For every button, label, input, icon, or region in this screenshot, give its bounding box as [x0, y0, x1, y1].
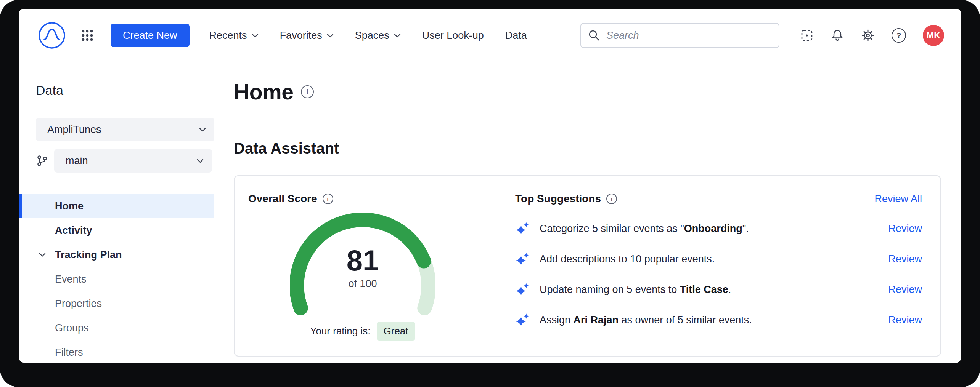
chevron-down-icon [197, 159, 204, 163]
branch-selector-value: main [66, 155, 88, 167]
overall-score-panel: Overall Score i 81 of 100 [248, 193, 477, 341]
content-area: Data Assistant Overall Score i [214, 120, 961, 357]
suggestion-text-bold: Onboarding [684, 223, 742, 234]
topbar-icons: ? MK [800, 25, 944, 46]
sparkle-icon [515, 313, 530, 327]
sidebar-item-label: Properties [55, 298, 102, 310]
nav-recents-label: Recents [209, 30, 247, 42]
sidebar-item-tracking-plan[interactable]: Tracking Plan [19, 243, 214, 267]
sidebar-item-label: Filters [55, 347, 83, 358]
nav-data-label: Data [505, 30, 527, 42]
nav-recents[interactable]: Recents [209, 30, 259, 42]
page-header: Home i [214, 62, 961, 120]
sparkle-icon [515, 221, 530, 236]
suggestion-text-pre: Add descriptions to 10 popular events [540, 253, 712, 265]
search-icon [588, 29, 600, 42]
nav-favorites-label: Favorites [280, 30, 322, 42]
sidebar-item-label: Home [55, 200, 84, 212]
help-icon[interactable]: ? [892, 28, 906, 43]
info-icon[interactable]: i [301, 85, 314, 98]
suggestion-row: Add descriptions to 10 popular events. R… [515, 244, 922, 274]
rating-label: Your rating is: [310, 325, 370, 337]
data-assistant-card: Overall Score i 81 of 100 [234, 175, 941, 357]
nav-favorites[interactable]: Favorites [280, 30, 334, 42]
score-of-label: of 100 [290, 278, 435, 290]
suggestion-text-post: as owner of 5 similar events. [619, 314, 752, 326]
score-gauge: 81 of 100 [290, 212, 435, 317]
section-title: Data Assistant [234, 140, 941, 157]
overall-score-title: Overall Score [248, 193, 317, 205]
suggestions-heading: Top Suggestions i [515, 193, 617, 205]
nav-spaces[interactable]: Spaces [355, 30, 401, 42]
sidebar-item-activity[interactable]: Activity [19, 218, 214, 243]
user-avatar[interactable]: MK [923, 25, 944, 46]
amplitude-logo[interactable] [37, 21, 66, 50]
search-box[interactable] [580, 23, 779, 48]
review-link[interactable]: Review [888, 223, 922, 235]
nav-data[interactable]: Data [505, 30, 527, 42]
sidebar-item-label: Tracking Plan [55, 249, 122, 261]
help-glyph: ? [896, 31, 901, 40]
nav-spaces-label: Spaces [355, 30, 389, 42]
chevron-down-icon [39, 253, 46, 257]
branch-selector[interactable]: main [54, 149, 212, 173]
sidebar-item-label: Activity [55, 225, 92, 237]
apps-grid-icon[interactable] [81, 29, 94, 42]
suggestion-text: Update naming on 5 events to Title Case. [540, 284, 878, 296]
info-icon[interactable]: i [606, 194, 617, 204]
sidebar-item-events[interactable]: Events [19, 267, 214, 291]
dashed-square-icon[interactable] [800, 29, 814, 42]
app-body: Data AmpliTunes [19, 62, 961, 363]
suggestion-text-bold: Title Case [680, 284, 728, 295]
suggestion-text: Add descriptions to 10 popular events. [540, 253, 878, 265]
review-link[interactable]: Review [888, 253, 922, 265]
nav-user-lookup[interactable]: User Look-up [422, 30, 484, 42]
sparkle-icon [515, 282, 530, 297]
sidebar-item-label: Events [55, 273, 87, 285]
settings-gear-icon[interactable] [861, 29, 875, 42]
score-value: 81 [290, 244, 435, 277]
sidebar-title: Data [19, 83, 214, 98]
suggestion-row: Assign Ari Rajan as owner of 5 similar e… [515, 305, 922, 335]
topbar: Create New Recents Favorites Spaces User… [19, 9, 961, 62]
sidebar: Data AmpliTunes [19, 62, 214, 363]
chevron-down-icon [252, 34, 259, 38]
info-icon[interactable]: i [323, 194, 333, 204]
main-content: Home i Data Assistant Overall Score i [214, 62, 961, 363]
review-link[interactable]: Review [888, 314, 922, 326]
sidebar-item-home[interactable]: Home [19, 194, 214, 218]
suggestion-text-pre: Categorize 5 similar events as " [540, 223, 684, 234]
sidebar-item-label: Groups [55, 322, 89, 334]
suggestion-row: Categorize 5 similar events as "Onboardi… [515, 213, 922, 244]
review-link[interactable]: Review [888, 284, 922, 296]
top-suggestions-panel: Top Suggestions i Review All [477, 193, 922, 341]
sidebar-item-properties[interactable]: Properties [19, 291, 214, 316]
suggestion-text-bold: Ari Rajan [574, 314, 619, 326]
review-all-link[interactable]: Review All [874, 193, 922, 205]
notifications-bell-icon[interactable] [831, 29, 844, 42]
suggestion-text: Assign Ari Rajan as owner of 5 similar e… [540, 314, 878, 326]
sidebar-item-filters[interactable]: Filters [19, 340, 214, 363]
create-new-button[interactable]: Create New [111, 24, 190, 47]
page-title: Home [234, 79, 293, 104]
info-glyph: i [327, 196, 329, 202]
app-window: Create New Recents Favorites Spaces User… [19, 9, 961, 363]
suggestion-text-pre: Assign [540, 314, 574, 326]
suggestion-row: Update naming on 5 events to Title Case.… [515, 274, 922, 305]
project-selector[interactable]: AmpliTunes [36, 118, 214, 141]
sparkle-icon [515, 252, 530, 266]
rating-row: Your rating is: Great [248, 322, 477, 341]
project-selector-value: AmpliTunes [47, 124, 101, 136]
info-glyph: i [611, 196, 612, 202]
suggestion-text-pre: Update naming on 5 events to [540, 284, 680, 295]
suggestion-text: Categorize 5 similar events as "Onboardi… [540, 223, 878, 235]
rating-badge: Great [377, 322, 415, 341]
sidebar-item-groups[interactable]: Groups [19, 316, 214, 340]
suggestion-text-post: . [728, 284, 731, 295]
search-input[interactable] [606, 29, 772, 42]
chevron-down-icon [394, 34, 401, 38]
nav-user-lookup-label: User Look-up [422, 30, 484, 42]
primary-nav: Recents Favorites Spaces User Look-up Da… [209, 30, 527, 42]
browser-frame: Create New Recents Favorites Spaces User… [0, 0, 980, 387]
sidebar-nav: Home Activity Tracking Plan Events Prope… [19, 194, 214, 363]
